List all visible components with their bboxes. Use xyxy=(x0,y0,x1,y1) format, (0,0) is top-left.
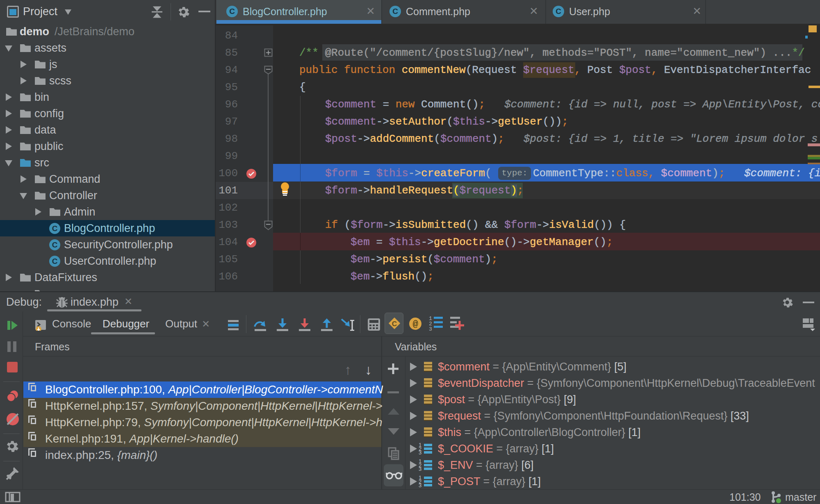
svg-text:@: @ xyxy=(412,319,418,329)
svg-text:C: C xyxy=(392,320,397,328)
